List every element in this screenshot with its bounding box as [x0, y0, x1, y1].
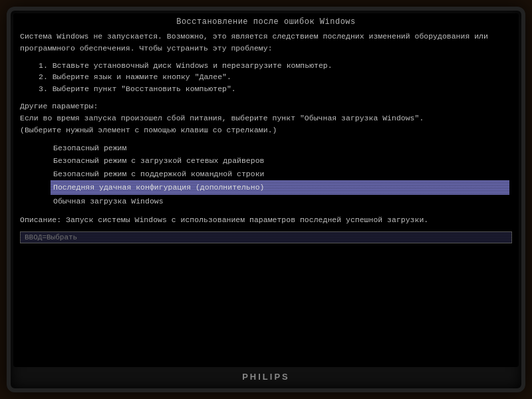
step-3: 3. Выберите пункт "Восстановить компьюте…	[39, 83, 512, 95]
other-text-2: (Выберите нужный элемент с помощью клави…	[20, 124, 512, 136]
other-label: Другие параметры:	[20, 100, 512, 112]
menu-item-safe-net[interactable]: Безопасный режим с загрузкой сетевых дра…	[53, 154, 512, 168]
menu-item-last-good[interactable]: Последняя удачная конфигурация (дополнит…	[51, 180, 509, 195]
menu-item-normal[interactable]: Обычная загрузка Windows	[53, 195, 512, 208]
intro-text: Система Windows не запускается. Возможно…	[20, 31, 512, 55]
menu-item-safe-cmd[interactable]: Безопасный режим с поддержкой командной …	[53, 168, 512, 181]
screen: Восстановление после ошибок Windows Сист…	[13, 13, 519, 367]
screen-title: Восстановление после ошибок Windows	[20, 17, 512, 27]
monitor-bottom: PHILIPS	[13, 367, 519, 386]
description-content: Описание: Запуск системы Windows с испол…	[20, 215, 428, 224]
steps-list: 1. Вставьте установочный диск Windows и …	[39, 60, 512, 95]
step-1: 1. Вставьте установочный диск Windows и …	[39, 60, 512, 72]
input-bar[interactable]	[20, 231, 512, 243]
brand-label: PHILIPS	[242, 372, 290, 382]
step-2: 2. Выберите язык и нажмите кнопку "Далее…	[39, 71, 512, 83]
menu-item-safe[interactable]: Безопасный режим	[53, 142, 512, 155]
monitor: Восстановление после ошибок Windows Сист…	[7, 7, 525, 392]
description-text: Описание: Запуск системы Windows с испол…	[20, 214, 512, 226]
screen-content: Система Windows не запускается. Возможно…	[20, 31, 512, 364]
boot-menu: Безопасный режим Безопасный режим с загр…	[53, 142, 512, 208]
other-text-1: Если во время запуска произошел сбой пит…	[20, 112, 512, 124]
